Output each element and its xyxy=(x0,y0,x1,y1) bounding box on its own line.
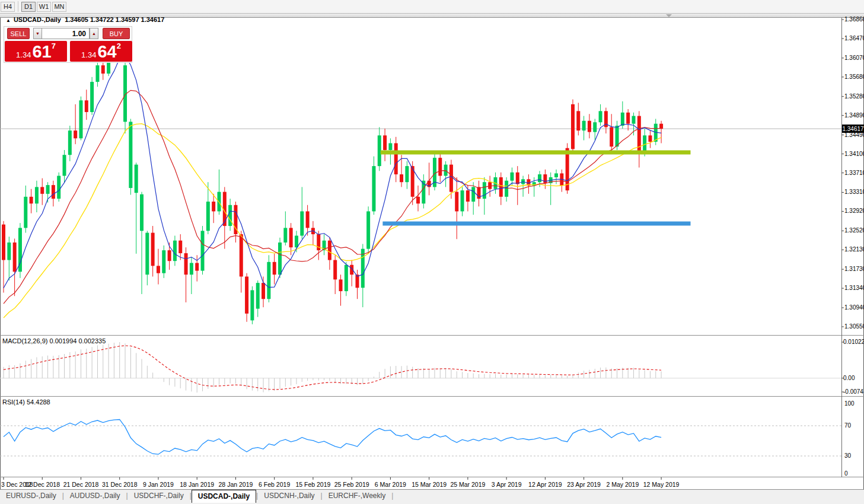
tab-audusd[interactable]: AUDUSD-,Daily xyxy=(64,490,126,503)
price-axis-label: 1.34890 xyxy=(844,112,864,119)
macd-axis-label: -0.00747 xyxy=(843,388,864,395)
price-axis-label: 1.30940 xyxy=(844,304,864,311)
price-axis-label: 1.35680 xyxy=(844,74,864,80)
price-axis-label: 1.36860 xyxy=(844,16,864,23)
volume-increase-button[interactable]: ▲ xyxy=(90,28,98,39)
price-axis-label: 1.36470 xyxy=(844,35,864,42)
date-axis-label: 12 Dec 2018 xyxy=(24,481,60,488)
volume-input[interactable]: 1.00 xyxy=(42,28,90,39)
timeframe-d1-button[interactable]: D1 xyxy=(21,2,36,12)
current-price-tag: 1.34617 xyxy=(842,125,864,133)
price-axis-label: 1.31340 xyxy=(844,285,864,291)
timeframe-mn-button[interactable]: MN xyxy=(52,2,66,12)
date-axis-label: 28 Jan 2019 xyxy=(219,481,253,488)
collapse-icon[interactable]: ▲ xyxy=(6,18,11,23)
timeframe-h4-button[interactable]: H4 xyxy=(1,2,15,12)
date-axis-label: 6 Feb 2019 xyxy=(259,481,290,488)
date-axis-label: 31 Dec 2018 xyxy=(102,481,138,488)
date-axis-label: 15 Feb 2019 xyxy=(295,481,330,488)
rsi-axis-label: 100 xyxy=(844,400,855,407)
symbol-tab-bar: EURUSD-,Daily|AUDUSD-,Daily|USDCHF-,Dail… xyxy=(0,489,864,504)
tab-eurchf[interactable]: EURCHF-,Weekly xyxy=(323,490,391,503)
tab-eurusd[interactable]: EURUSD-,Daily xyxy=(0,490,62,503)
price-axis-label: 1.32520 xyxy=(844,227,864,234)
tab-usdcnh[interactable]: USDCNH-,Daily xyxy=(258,490,320,503)
date-axis-label: 12 Apr 2019 xyxy=(528,481,562,488)
date-axis-label: 18 Jan 2019 xyxy=(180,481,214,488)
price-axis-label: 1.32920 xyxy=(844,208,864,214)
buy-button[interactable]: BUY xyxy=(103,28,130,39)
chart-symbol-label: USDCAD-,Daily xyxy=(14,16,61,23)
rsi-panel-title: RSI(14) 54.4288 xyxy=(2,398,50,406)
price-axis-label: 1.32130 xyxy=(844,246,864,253)
rsi-axis-label: 0 xyxy=(844,470,848,477)
date-axis-label: 25 Feb 2019 xyxy=(334,481,369,488)
date-axis-label: 25 Mar 2019 xyxy=(450,481,485,488)
buy-price-sup: 2 xyxy=(117,42,121,50)
tab-usdcad[interactable]: USDCAD-,Daily xyxy=(192,490,256,503)
price-axis-label: 1.36070 xyxy=(844,55,864,61)
price-axis-label: 1.33710 xyxy=(844,170,864,176)
toolbar-divider xyxy=(18,1,18,12)
date-axis-label: 15 Mar 2019 xyxy=(412,481,447,488)
date-axis-label: 12 May 2019 xyxy=(643,481,680,488)
chart-ohlc-values: 1.34605 1.34722 1.34597 1.34617 xyxy=(65,16,164,23)
date-axis-label: 3 Apr 2019 xyxy=(492,481,522,488)
timeframe-w1-button[interactable]: W1 xyxy=(37,2,51,12)
date-axis-label: 9 Jan 2019 xyxy=(143,481,174,488)
macd-axis-label: 0.00 xyxy=(843,375,855,381)
date-axis-label: 21 Dec 2018 xyxy=(63,481,99,488)
macd-axis-label: 0.010229 xyxy=(843,339,864,345)
chart-window[interactable] xyxy=(0,13,864,490)
sell-button[interactable]: SELL xyxy=(7,28,30,39)
price-axis-label: 1.33310 xyxy=(844,189,864,195)
tab-usdchf[interactable]: USDCHF-,Daily xyxy=(128,490,190,503)
sell-price-main: 61 xyxy=(32,44,51,60)
one-click-trading-panel: SELL ▼ 1.00 ▲ BUY 1.34617 1.34642 xyxy=(4,26,132,63)
price-axis-label: 1.34100 xyxy=(844,151,864,157)
rsi-axis-label: 70 xyxy=(844,422,851,429)
macd-panel-title: MACD(12,26,9) 0.001994 0.002335 xyxy=(2,337,106,344)
sell-price-tile[interactable]: 1.34617 xyxy=(5,41,67,62)
tab-separator: | xyxy=(391,490,393,500)
date-axis-label: 2 May 2019 xyxy=(606,481,639,488)
trading-platform-window: H4 D1 W1 MN ▲USDCAD-,Daily 1.34605 1.347… xyxy=(0,0,864,504)
sell-price-sup: 7 xyxy=(52,42,56,50)
chart-title: ▲USDCAD-,Daily 1.34605 1.34722 1.34597 1… xyxy=(6,16,164,23)
volume-decrease-button[interactable]: ▼ xyxy=(33,28,42,39)
price-axis-label: 1.35280 xyxy=(844,93,864,100)
timeframe-toolbar: H4 D1 W1 MN xyxy=(0,0,864,14)
rsi-axis-label: 30 xyxy=(844,452,851,459)
price-axis-label: 1.31730 xyxy=(844,266,864,272)
price-axis-label: 1.30550 xyxy=(844,323,864,330)
buy-price-prefix: 1.34 xyxy=(81,50,96,60)
chart-shift-marker-icon[interactable] xyxy=(666,14,672,17)
date-axis-label: 6 Mar 2019 xyxy=(375,481,406,488)
buy-price-tile[interactable]: 1.34642 xyxy=(70,41,132,62)
date-axis-label: 23 Apr 2019 xyxy=(567,481,601,488)
buy-price-main: 64 xyxy=(97,44,116,60)
sell-price-prefix: 1.34 xyxy=(16,50,31,60)
